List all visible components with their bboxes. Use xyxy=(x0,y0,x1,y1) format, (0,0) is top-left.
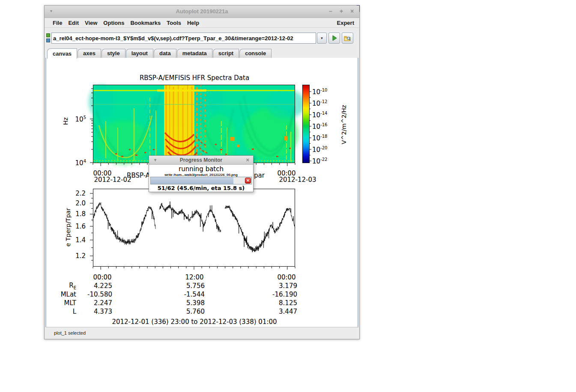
annot-value-r-2: 3.179 xyxy=(279,282,297,290)
cb-tick-10e-12: 10-12 xyxy=(312,99,327,107)
title-bar[interactable]: ▾ Autoplot 20190221a – + × xyxy=(45,6,359,18)
cancel-button[interactable]: ✕ xyxy=(245,178,251,184)
folder-search-icon xyxy=(344,35,351,42)
menu-edit[interactable]: Edit xyxy=(65,20,82,26)
address-dropdown-button[interactable]: ▼ xyxy=(317,33,327,44)
spectrogram-plot[interactable] xyxy=(93,85,295,163)
tab-data[interactable]: data xyxy=(154,49,176,58)
menu-tools[interactable]: Tools xyxy=(164,20,184,26)
menu-options[interactable]: Options xyxy=(100,20,127,26)
line-xtick-0: 00:00 xyxy=(93,273,111,281)
menu-items: FileEditViewOptionsBookmarksToolsHelp xyxy=(50,20,202,26)
spec-xtick-right-date: 2012-12-03 xyxy=(279,176,316,184)
annot-value-l-2: 3.447 xyxy=(279,308,297,315)
annot-value-l-0: 4.373 xyxy=(94,308,112,315)
lineplot[interactable] xyxy=(93,189,295,267)
tab-canvas[interactable]: canvas xyxy=(47,48,77,59)
expert-mode-label[interactable]: Expert xyxy=(337,20,354,26)
lineplot-image xyxy=(93,189,295,267)
status-text: plot_1 selected xyxy=(54,330,86,336)
tab-style[interactable]: style xyxy=(101,49,125,58)
cb-tick-10e-16: 10-16 xyxy=(312,122,327,131)
cb-tick-10e-22: 10-22 xyxy=(312,157,327,165)
browse-button[interactable] xyxy=(342,33,353,44)
timerange-footer: 2012-12-01 (336) 23:00 to 2012-12-03 (33… xyxy=(112,318,277,326)
annot-label-r: RE xyxy=(69,282,76,290)
annot-value-mlt-0: 2.247 xyxy=(94,299,112,307)
tab-layout[interactable]: layout xyxy=(126,49,153,58)
maximize-button[interactable]: + xyxy=(338,8,344,15)
progress-status-label: 51/62 (45.6/min, eta 15.8 s) xyxy=(149,185,253,191)
cb-tick-10e-14: 10-14 xyxy=(312,111,327,119)
tab-bar: canvasaxesstylelayoutdatametadatascriptc… xyxy=(45,48,359,58)
tab-console[interactable]: console xyxy=(239,49,272,58)
spec-xtick-left-date: 2012-12-02 xyxy=(94,176,131,184)
window-title: Autoplot 20190221a xyxy=(45,8,359,15)
dialog-close-icon[interactable]: × xyxy=(246,156,249,164)
line-ytick-1.2: 1.2 xyxy=(75,252,86,260)
status-bar: plot_1 selected xyxy=(45,327,358,338)
progress-bar-row: ✕ xyxy=(150,177,252,184)
dialog-collapse-icon[interactable]: ▾ xyxy=(154,156,156,164)
menu-bookmarks[interactable]: Bookmarks xyxy=(127,20,164,26)
datasource-indicator xyxy=(46,33,50,42)
spec-ytick-10e5: 105 xyxy=(75,115,86,123)
desktop: { "window": { "title": "Autoplot 2019022… xyxy=(0,0,576,392)
cb-tick-10e-18: 10-18 xyxy=(312,134,327,142)
menu-view[interactable]: View xyxy=(82,20,100,26)
annot-value-mlt-2: 8.125 xyxy=(279,299,297,307)
window-controls: – + × xyxy=(328,8,355,15)
annot-value-r-0: 4.225 xyxy=(94,282,112,290)
lineplot-series xyxy=(93,202,295,252)
progress-dialog-titlebar[interactable]: ▾ Progress Monitor × xyxy=(149,156,253,165)
annot-value-mlat-0: -10.580 xyxy=(87,291,112,298)
lineplot-title-fragment-right: par xyxy=(254,172,265,179)
annot-value-mlat-1: -1.544 xyxy=(184,291,205,298)
annot-value-r-1: 5.756 xyxy=(186,282,205,290)
annot-label-mlat: MLat xyxy=(61,291,76,298)
lineplot-ylabel: e Tperp/Tpar xyxy=(65,208,72,246)
progress-monitor-dialog[interactable]: ▾ Progress Monitor × running batch write… xyxy=(149,155,254,192)
colorbar[interactable] xyxy=(302,85,310,163)
lineplot-title-fragment-left: RBSP-A xyxy=(127,172,150,179)
cancel-x-icon: ✕ xyxy=(246,178,250,183)
line-xtick-1: 12:00 xyxy=(185,273,203,281)
line-xtick-2: 00:00 xyxy=(277,273,295,281)
progress-detail-label: write /hom...walk3/product_20121226_00.p… xyxy=(149,173,253,177)
menu-help[interactable]: Help xyxy=(184,20,202,26)
progress-task-label: running batch xyxy=(149,165,253,173)
address-input[interactable] xyxy=(51,33,316,44)
annot-value-mlt-1: 5.398 xyxy=(186,299,205,307)
line-ytick-1.4: 1.4 xyxy=(75,236,86,244)
spectrogram-ylabel: Hz xyxy=(62,117,69,125)
menu-file[interactable]: File xyxy=(50,20,65,26)
line-ytick-1.8: 1.8 xyxy=(75,210,86,218)
close-button[interactable]: × xyxy=(349,8,355,15)
datasource-green-icon xyxy=(46,33,50,37)
minimize-button[interactable]: – xyxy=(328,8,334,15)
line-ytick-2.2: 2.2 xyxy=(75,190,86,197)
line-ytick-2.0: 2.0 xyxy=(75,199,86,207)
spec-ytick-10e4: 104 xyxy=(75,159,86,167)
plot-canvas[interactable]: RBSP-A/EMFISIS HFR Spectra Data xyxy=(46,58,358,327)
annot-label-mlt: MLT xyxy=(64,299,76,307)
address-toolbar: ▼ xyxy=(45,28,359,48)
chevron-down-icon: ▼ xyxy=(320,36,324,40)
cb-tick-10e-10: 10-10 xyxy=(312,88,327,96)
tab-metadata[interactable]: metadata xyxy=(177,49,212,58)
progress-bar-fill xyxy=(151,177,233,184)
menu-bar: FileEditViewOptionsBookmarksToolsHelp Ex… xyxy=(45,18,359,28)
datasource-blue-icon xyxy=(46,39,50,42)
autoplot-window: ▾ Autoplot 20190221a – + × FileEditViewO… xyxy=(44,5,360,339)
cb-tick-10e-20: 10-20 xyxy=(312,146,327,154)
annot-value-mlat-2: -16.190 xyxy=(272,291,297,298)
play-icon xyxy=(331,35,337,41)
annot-label-l: L xyxy=(73,308,76,315)
progress-bar xyxy=(150,177,252,184)
line-ytick-1.6: 1.6 xyxy=(75,223,86,230)
spectrogram-title: RBSP-A/EMFISIS HFR Spectra Data xyxy=(140,74,249,82)
tab-script[interactable]: script xyxy=(213,49,239,58)
go-button[interactable] xyxy=(328,33,340,44)
spectrogram-image xyxy=(93,85,295,163)
tab-axes[interactable]: axes xyxy=(78,49,101,58)
